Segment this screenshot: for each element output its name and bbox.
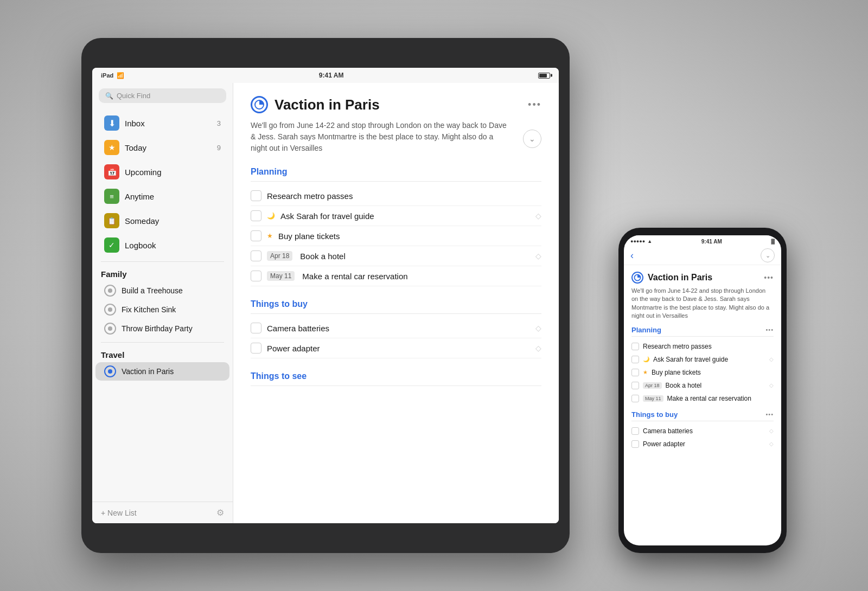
task-checkbox-4[interactable] [251, 250, 261, 261]
sidebar-area-family: Family [92, 266, 233, 281]
section-heading-buy: Things to buy [251, 299, 541, 309]
sidebar-divider-2 [101, 342, 224, 343]
iphone-task-checkbox-6[interactable] [631, 427, 639, 435]
sidebar-project-kitchen[interactable]: Fix Kitchen Sink [95, 300, 229, 319]
task-checkbox[interactable] [251, 190, 261, 201]
section-heading-planning: Planning [251, 167, 541, 177]
sidebar-item-label-inbox: Inbox [125, 119, 217, 128]
iphone-project-description: We'll go from June 14-22 and stop throug… [631, 287, 774, 320]
iphone-collapse-button[interactable]: ⌄ [761, 248, 775, 262]
sidebar-item-count-inbox: 3 [217, 119, 221, 127]
sidebar-project-label-treehouse: Build a Treehouse [122, 286, 183, 295]
iphone-section-row-buy: Things to buy ••• [631, 410, 774, 419]
sidebar-project-birthday[interactable]: Throw Birthday Party [95, 319, 229, 338]
task-checkbox-2[interactable] [251, 210, 261, 221]
sidebar-item-logbook[interactable]: ✓ Logbook [95, 233, 229, 257]
project-icon-birthday [104, 323, 116, 335]
iphone-section-more-buy[interactable]: ••• [765, 411, 774, 417]
search-icon: 🔍 [105, 92, 113, 100]
iphone-task-label-2: Ask Sarah for travel guide [653, 356, 765, 363]
sidebar-item-anytime[interactable]: ≡ Anytime [95, 184, 229, 208]
iphone-task-item-4: Apr 18 Book a hotel ◇ [631, 379, 774, 392]
task-item-2: 🌙 Ask Sarah for travel guide ◇ [251, 206, 541, 226]
ipad-device: iPad 📶 9:41 AM 🔍 Quick Find [81, 38, 570, 553]
sidebar-item-today[interactable]: ★ Today 9 [95, 136, 229, 159]
iphone-battery: ▓ [771, 239, 775, 244]
iphone-reminder-icon-6: ◇ [769, 428, 774, 434]
iphone-section-row-planning: Planning ••• [631, 326, 774, 334]
iphone-task-checkbox-2[interactable] [631, 356, 639, 363]
ipad-content-area: 🔍 Quick Find ⬇ Inbox 3 ★ Today [92, 83, 559, 523]
iphone-device: ●●●●● ▲ 9:41 AM ▓ ‹ ⌄ [618, 228, 787, 553]
iphone-task-label-1: Research metro passes [643, 343, 774, 350]
iphone-wifi-icon: ▲ [647, 239, 652, 244]
iphone-task-checkbox-7[interactable] [631, 440, 639, 448]
sidebar-item-inbox[interactable]: ⬇ Inbox 3 [95, 111, 229, 135]
project-icon-inner-paris [108, 369, 112, 374]
sidebar-project-treehouse[interactable]: Build a Treehouse [95, 281, 229, 300]
settings-icon[interactable]: ⚙ [216, 508, 224, 518]
task-label-5: Make a rental car reservation [302, 272, 541, 281]
ipad-statusbar: iPad 📶 9:41 AM [92, 68, 559, 83]
upcoming-icon: 📅 [104, 164, 119, 179]
ipad-device-name: iPad [101, 72, 113, 79]
sidebar-project-label-paris: Vaction in Paris [122, 367, 174, 376]
sidebar-area-travel: Travel [92, 347, 233, 362]
collapse-button[interactable]: ⌄ [523, 130, 541, 148]
logbook-icon: ✓ [104, 237, 119, 253]
sidebar-project-label-birthday: Throw Birthday Party [122, 324, 193, 333]
iphone-content: Vaction in Paris ••• We'll go from June … [624, 265, 781, 545]
iphone-task-checkbox-5[interactable] [631, 395, 639, 402]
iphone-section-more-planning[interactable]: ••• [765, 326, 774, 333]
task-label-4: Book a hotel [300, 252, 530, 261]
task-checkbox-7[interactable] [251, 343, 261, 354]
task-item-6: Camera batteries ◇ [251, 318, 541, 338]
sidebar-item-someday[interactable]: 📋 Someday [95, 209, 229, 233]
new-list-button[interactable]: + New List [101, 509, 137, 517]
iphone-back-button[interactable]: ‹ [630, 250, 634, 261]
project-status-icon [251, 96, 268, 113]
task-item-5: May 11 Make a rental car reservation [251, 266, 541, 286]
iphone-moon-icon: 🌙 [643, 356, 649, 362]
star-icon: ★ [267, 232, 273, 240]
iphone-pie-chart [634, 274, 641, 281]
sidebar-item-upcoming[interactable]: 📅 Upcoming [95, 160, 229, 184]
someday-icon: 📋 [104, 213, 119, 228]
sidebar-item-label-anytime: Anytime [125, 192, 221, 201]
sidebar-project-paris[interactable]: Vaction in Paris [95, 362, 229, 381]
task-due-tag-5: May 11 [267, 271, 295, 281]
project-pie-chart [254, 99, 265, 110]
iphone-task-checkbox-4[interactable] [631, 382, 639, 389]
sidebar-item-count-today: 9 [217, 144, 221, 152]
project-icon-inner-2 [108, 307, 112, 312]
iphone-time: 9:41 AM [701, 239, 722, 245]
section-heading-see: Things to see [251, 371, 541, 381]
iphone-task-checkbox-3[interactable] [631, 369, 639, 376]
task-item-3: ★ Buy plane tickets [251, 226, 541, 246]
task-checkbox-3[interactable] [251, 230, 261, 241]
iphone-project-status-icon [631, 272, 643, 284]
wifi-icon: 📶 [117, 72, 124, 79]
task-due-tag-4: Apr 18 [267, 251, 292, 261]
sidebar-project-label-kitchen: Fix Kitchen Sink [122, 305, 176, 314]
iphone-task-checkbox-1[interactable] [631, 343, 639, 350]
task-checkbox-6[interactable] [251, 323, 261, 333]
iphone-project-header: Vaction in Paris ••• [631, 272, 774, 284]
task-item-4: Apr 18 Book a hotel ◇ [251, 246, 541, 266]
task-checkbox-5[interactable] [251, 271, 261, 281]
search-placeholder: Quick Find [117, 92, 150, 100]
project-more-button[interactable]: ••• [528, 99, 541, 111]
iphone-task-item-3: ★ Buy plane tickets [631, 366, 774, 379]
search-bar[interactable]: 🔍 Quick Find [99, 88, 226, 103]
battery-icon [538, 73, 550, 79]
sidebar-item-label-upcoming: Upcoming [125, 168, 221, 177]
task-item-7: Power adapter ◇ [251, 338, 541, 358]
iphone-divider-planning [631, 336, 774, 337]
iphone-section-heading-planning: Planning [631, 326, 661, 334]
iphone-more-button[interactable]: ••• [764, 273, 774, 282]
section-divider-buy [251, 313, 541, 314]
task-label-6: Camera batteries [267, 324, 530, 333]
ipad-statusbar-left: iPad 📶 [101, 72, 124, 79]
ipad-screen: iPad 📶 9:41 AM 🔍 Quick Find [92, 68, 559, 523]
project-description: We'll go from June 14-22 and stop throug… [251, 120, 511, 154]
